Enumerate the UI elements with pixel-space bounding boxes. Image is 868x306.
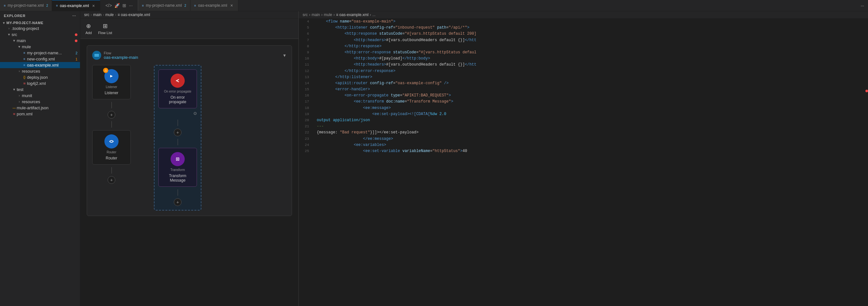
add-connector-3[interactable]: + [174,129,182,136]
sidebar-item-tooling[interactable]: › .tooling-project [0,25,80,31]
run-icon[interactable]: 🚀 [114,3,120,8]
flow-collapse-icon[interactable]: ▼ [282,53,286,58]
line-content-4: <flow name="oas-example-main"> [317,19,396,25]
split-view-icon[interactable]: ⊞ [122,3,126,8]
sidebar-root-label: MY-PROJECT-NAME [6,21,43,25]
flow-canvas[interactable]: Flow oas-example-main ▼ [80,39,299,306]
line-content-5: <http:listener config-ref="inbound-reque… [317,25,469,31]
sidebar-item-my-project-xml[interactable]: ≡ my-project-name... 2 [0,50,80,56]
sidebar-item-log4j2[interactable]: ≋ log4j2.xml [0,80,80,87]
code-line-15: 15 <error-handler> [299,87,868,93]
sidebar-item-pom-xml[interactable]: ≋ pom.xml [0,111,80,117]
resources-label: resources [22,69,40,73]
right-more-icon[interactable]: ··· [861,3,864,8]
on-error-propagate-node[interactable]: On error propagate On error propagate [158,69,197,108]
sidebar-item-src[interactable]: ▼ src [0,31,80,38]
sidebar-item-test-resources[interactable]: › resources [0,99,80,105]
tab-label-4: oas-example.xml [198,3,227,8]
line-num-6: 6 [301,31,312,37]
add-connector-1[interactable]: + [107,111,115,119]
line-content-21: --- [317,123,324,129]
my-project-xml-label: my-project-name... [27,51,62,55]
center-tab-actions: </> 🚀 ⊞ ··· [103,3,135,8]
code-line-4: 4 <flow name="oas-example-main"> [299,19,868,25]
sidebar-item-deploy-json[interactable]: {} deploy.json [0,74,80,80]
svg-rect-2 [94,56,99,57]
my-project-xml-badge: 2 [75,51,78,55]
error-handler-box: On error propagate On error propagate ⊙ … [154,65,202,211]
code-bc-file: ≡ oas-example.xml [336,12,369,17]
more-actions-icon[interactable]: ··· [129,3,133,8]
tab-close-1[interactable]: × [91,3,96,9]
line-content-11: <http:headers>#[vars.outboundHeaders def… [317,62,476,68]
connector-line-6 [178,189,178,196]
visual-toolbar: ⊕ Add ⊞ Flow List [80,19,299,39]
tab-oas-example-2[interactable]: ≡ oas-example.xml × [190,0,239,11]
code-content[interactable]: 4 <flow name="oas-example-main"> 5 <http… [299,19,868,306]
sidebar-item-oas-example[interactable]: ≡ oas-example.xml [0,62,80,68]
code-sep3: › [334,12,335,17]
tab-badge-1: 2 [46,4,48,7]
mule-artifact-icon: — [11,106,17,110]
code-breadcrumb: src › main › mule › ≡ oas-example.xml › … [299,11,868,19]
line-content-23: </ee:message> [317,136,393,142]
tab-oas-example-1[interactable]: ≡ oas-example.xml × [52,0,100,11]
tab-close-2[interactable]: × [229,2,234,9]
add-connector-4[interactable]: + [174,198,182,206]
code-line-23: 23 </ee:message> [299,136,868,142]
sidebar-item-new-config[interactable]: ≡ new-config.xml 1 [0,56,80,62]
sidebar-item-main[interactable]: ▼ main [0,38,80,44]
listener-node[interactable]: ⚠ Listener Listener [92,65,131,99]
src-arrow-icon: ▼ [6,33,11,36]
my-project-xml-icon: ≡ [22,51,27,55]
transform-node[interactable]: Transform Transform Message [158,148,197,187]
line-num-4: 4 [301,19,312,25]
sidebar-root[interactable]: ▼ MY-PROJECT-NAME [0,20,80,25]
munit-label: munit [22,93,32,98]
add-connector-2[interactable]: + [107,176,115,184]
line-content-25: <ee:set-variable variableName="httpStatu… [317,148,467,154]
tab-label-1: my-project-name.xml [8,3,44,8]
sidebar-header: EXPLORER ··· [0,11,80,20]
code-line-20: 20 output application/json [299,117,868,123]
tab-my-project-xml-1[interactable]: ≡ my-project-name.xml 2 [0,0,52,11]
code-line-16: 16 <on-error-propagate type="APIKIT:BAD_… [299,93,868,99]
code-view-icon[interactable]: </> [105,3,112,8]
flow-list-button[interactable]: ⊞ Flow List [98,23,112,35]
deploy-json-label: deploy.json [27,75,48,80]
line-num-21: 21 [301,123,312,129]
sidebar-item-mule[interactable]: ▼ mule [0,44,80,50]
new-config-badge: 1 [75,57,78,61]
line-num-13: 13 [301,74,312,80]
tab-icon-2: ≡ [56,4,58,7]
line-content-16: <on-error-propagate type="APIKIT:BAD_REQ… [317,93,451,99]
mule-label: mule [22,44,31,49]
line-content-24: <ee:variables> [317,142,386,148]
right-tab-actions: ··· [861,3,868,8]
add-button[interactable]: ⊕ Add [86,23,92,35]
line-num-24: 24 [301,142,312,148]
router-node[interactable]: Router Router [92,130,131,164]
connector-line-4 [178,120,178,126]
breadcrumb-src: src [84,12,89,17]
left-flow-column: ⚠ Listener Listener + [92,65,131,184]
listener-warning-icon: ⚠ [103,68,108,73]
line-content-13: </http:listener> [317,74,372,80]
code-line-21: 21 --- [299,123,868,129]
flow-container: Flow oas-example-main ▼ [87,45,292,216]
connector-line-1 [112,102,112,108]
sidebar-item-mule-artifact[interactable]: — mule-artifact.json [0,105,80,111]
sidebar-item-test[interactable]: ▼ test [0,87,80,93]
main-arrow-icon: ▼ [11,39,17,42]
test-arrow-icon: ▼ [11,88,17,91]
log4j2-label: log4j2.xml [27,81,46,86]
listener-name-label: Listener [105,91,119,95]
flow-label: Flow [104,51,138,55]
sidebar-more-icon[interactable]: ··· [72,14,76,18]
sidebar-item-resources[interactable]: › resources [0,68,80,74]
tab-my-project-xml-2[interactable]: ≡ my-project-name.xml 2 [138,0,190,11]
sidebar-item-munit[interactable]: › munit [0,93,80,99]
error-handler-collapse[interactable]: ⊙ [193,111,197,116]
code-line-12: 12 </http:error-response> [299,68,868,74]
right-flow-column: On error propagate On error propagate ⊙ … [154,65,202,211]
